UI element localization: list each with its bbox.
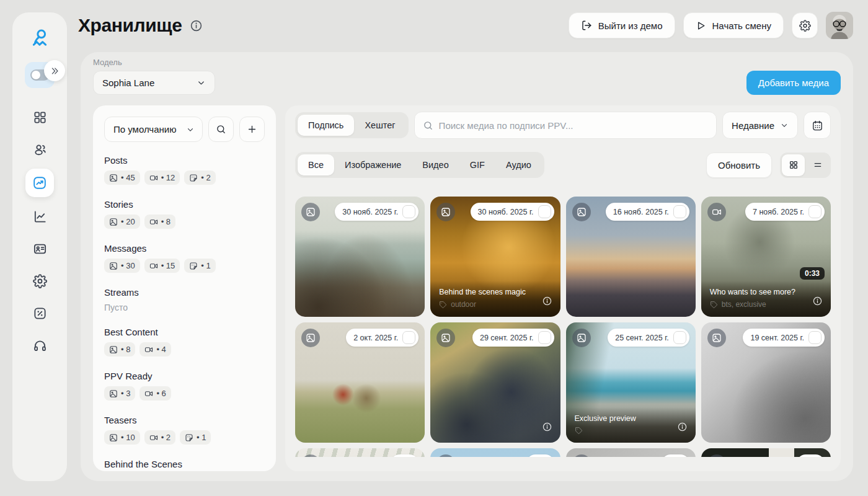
count-badge-video: • 4 bbox=[140, 342, 170, 356]
list-view-button[interactable] bbox=[806, 154, 829, 176]
media-card[interactable]: 16 нояб. 2025 г. bbox=[566, 197, 696, 317]
collections-sort-select[interactable]: По умолчанию bbox=[104, 117, 203, 142]
title-info-icon[interactable] bbox=[190, 19, 203, 32]
filter-tab[interactable]: Все bbox=[298, 154, 334, 175]
select-checkbox[interactable] bbox=[538, 205, 551, 218]
sidebar-item-promotions[interactable] bbox=[25, 300, 54, 326]
calendar-filter-button[interactable] bbox=[804, 112, 831, 139]
collection-item[interactable]: Best Content• 8• 4 bbox=[104, 327, 265, 356]
users-icon bbox=[33, 143, 47, 157]
collection-item[interactable]: PPV Ready• 3• 6 bbox=[104, 371, 265, 401]
select-checkbox[interactable] bbox=[673, 205, 686, 218]
date-label: 29 сент. 2025 г. bbox=[480, 334, 534, 342]
media-card[interactable]: 29 сент. 2025 г. bbox=[430, 322, 560, 443]
date-label: 30 нояб. 2025 г. bbox=[478, 208, 534, 216]
media-sort-select[interactable]: Недавние bbox=[722, 112, 798, 139]
media-card[interactable] bbox=[295, 448, 425, 457]
add-collection-button[interactable] bbox=[239, 117, 265, 142]
media-card[interactable]: 25 сент. 2025 г.Exclusive preview bbox=[566, 322, 696, 443]
collection-item[interactable]: Posts• 45• 12• 2 bbox=[104, 155, 265, 185]
collection-counts: • 3• 6 bbox=[104, 386, 265, 401]
count-value: • 1 bbox=[197, 433, 206, 442]
gear-icon bbox=[33, 274, 47, 288]
sidebar-item-contacts[interactable] bbox=[25, 236, 54, 262]
filter-tab[interactable]: Аудио bbox=[495, 154, 542, 175]
date-label: 19 сент. 2025 г. bbox=[750, 334, 804, 342]
select-checkbox[interactable] bbox=[808, 205, 822, 218]
media-card[interactable]: 30 нояб. 2025 г. bbox=[295, 197, 425, 317]
header-actions: Выйти из демо Начать смену bbox=[569, 12, 853, 39]
media-sort-value: Недавние bbox=[732, 120, 774, 131]
info-icon[interactable] bbox=[542, 296, 552, 306]
collection-item[interactable]: Behind the Scenes bbox=[104, 459, 265, 469]
sidebar-item-media-storage[interactable] bbox=[25, 169, 54, 197]
collection-item[interactable]: Stories• 20• 8 bbox=[104, 199, 265, 229]
date-pill: 19 сент. 2025 г. bbox=[743, 329, 825, 347]
sidebar-item-users[interactable] bbox=[25, 136, 54, 162]
image-icon bbox=[109, 389, 118, 398]
media-card[interactable]: 19 сент. 2025 г. bbox=[701, 322, 831, 443]
select-checkbox[interactable] bbox=[402, 205, 415, 218]
count-value: • 2 bbox=[201, 173, 210, 182]
collection-item[interactable]: Messages• 30• 15• 1 bbox=[104, 243, 265, 273]
filter-tab[interactable]: Видео bbox=[412, 154, 459, 175]
count-badge-video: • 6 bbox=[140, 386, 170, 401]
model-label: Модель bbox=[93, 58, 215, 67]
date-label: 7 нояб. 2025 г. bbox=[753, 208, 804, 216]
media-card[interactable] bbox=[430, 448, 560, 457]
count-value: • 3 bbox=[121, 389, 130, 398]
search-tab[interactable]: Подпись bbox=[298, 115, 354, 136]
collections-search-button[interactable] bbox=[208, 117, 234, 142]
collection-item[interactable]: StreamsПусто bbox=[104, 287, 265, 312]
media-card[interactable] bbox=[701, 448, 831, 457]
gif-icon bbox=[185, 433, 193, 442]
filter-tab[interactable]: Изображение bbox=[334, 154, 412, 175]
media-card[interactable]: 30 нояб. 2025 г.Behind the scenes magico… bbox=[430, 197, 560, 317]
sidebar-collapse-button[interactable] bbox=[44, 60, 65, 81]
collections-list: Posts• 45• 12• 2Stories• 20• 8Messages• … bbox=[104, 155, 265, 469]
add-media-button[interactable]: Добавить медиа bbox=[746, 71, 841, 95]
collection-name: PPV Ready bbox=[104, 371, 265, 381]
count-badge-image: • 3 bbox=[104, 386, 135, 401]
sidebar-item-settings[interactable] bbox=[25, 268, 54, 294]
select-checkbox[interactable] bbox=[402, 331, 415, 344]
info-icon[interactable] bbox=[812, 296, 823, 306]
grid-view-icon bbox=[789, 160, 799, 170]
card-caption: Who wants to see more? bbox=[710, 288, 822, 296]
count-value: • 15 bbox=[161, 261, 175, 270]
card-top: 7 нояб. 2025 г. bbox=[707, 203, 825, 221]
refresh-button[interactable]: Обновить bbox=[706, 153, 772, 178]
start-shift-label: Начать смену bbox=[712, 20, 771, 31]
header-settings-button[interactable] bbox=[792, 12, 818, 38]
media-card[interactable] bbox=[566, 448, 696, 457]
filter-tab[interactable]: GIF bbox=[459, 154, 495, 175]
sidebar-item-support[interactable] bbox=[25, 332, 54, 358]
date-pill: 25 сент. 2025 г. bbox=[608, 329, 689, 347]
select-checkbox[interactable] bbox=[673, 331, 686, 344]
sidebar-nav bbox=[25, 104, 54, 358]
media-search-input[interactable] bbox=[439, 120, 708, 131]
collection-name: Stories bbox=[104, 199, 265, 210]
line-chart-icon bbox=[33, 210, 47, 224]
collection-item[interactable]: Teasers• 10• 2• 1 bbox=[104, 415, 265, 445]
media-card[interactable]: 7 нояб. 2025 г.0:33Who wants to see more… bbox=[701, 197, 831, 317]
model-select[interactable]: Sophia Lane bbox=[93, 71, 215, 95]
select-checkbox[interactable] bbox=[808, 331, 822, 344]
start-shift-button[interactable]: Начать смену bbox=[683, 12, 784, 38]
exit-demo-button[interactable]: Выйти из демо bbox=[569, 12, 675, 38]
gif-icon bbox=[189, 262, 198, 270]
select-checkbox[interactable] bbox=[538, 331, 551, 344]
sidebar-item-analytics[interactable] bbox=[25, 203, 54, 229]
percent-square-icon bbox=[33, 306, 47, 321]
info-icon[interactable] bbox=[542, 422, 552, 432]
grid-view-button[interactable] bbox=[782, 154, 805, 176]
media-card[interactable]: 2 окт. 2025 г. bbox=[295, 322, 425, 443]
info-icon[interactable] bbox=[677, 422, 688, 432]
count-value: • 8 bbox=[121, 345, 130, 354]
date-pill: 7 нояб. 2025 г. bbox=[745, 203, 825, 221]
avatar[interactable] bbox=[826, 12, 853, 39]
sidebar-item-dashboard[interactable] bbox=[25, 104, 54, 130]
search-tab[interactable]: Хештег bbox=[354, 115, 405, 136]
image-icon bbox=[109, 262, 118, 270]
date-label: 25 сент. 2025 г. bbox=[615, 334, 669, 342]
